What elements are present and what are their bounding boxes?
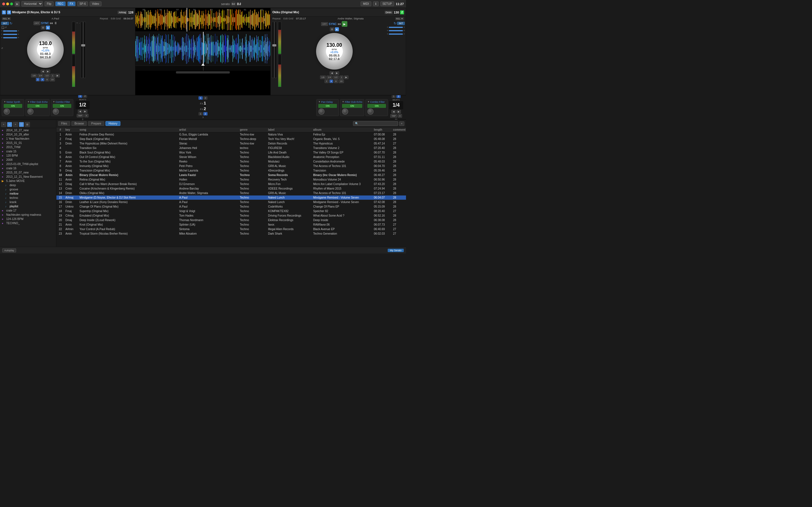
orientation-select[interactable]: Horizontal (21, 1, 43, 6)
sidebar-item-15[interactable]: ♪mellow (0, 191, 56, 196)
deck2-rel[interactable]: REL ▼ (395, 17, 404, 20)
sidebar-item-19[interactable]: ●crate 17 (0, 209, 56, 213)
deck1-loop-1-2[interactable]: 1/2 (44, 74, 50, 77)
flip-button[interactable]: Flip (45, 1, 54, 6)
waveform-scrollbar[interactable] (176, 71, 230, 73)
deck2-eq-bar-high[interactable] (389, 27, 403, 28)
deck2-play-btn[interactable]: ▶ (342, 21, 347, 27)
midi-button[interactable]: MIDI (361, 1, 371, 6)
fx2-x[interactable]: X (398, 114, 402, 118)
deck2-loop-prev[interactable]: ◀ (329, 71, 334, 75)
fx2-tap[interactable]: TAP (390, 114, 397, 118)
deck1-loop-prev[interactable]: ◀ (41, 69, 45, 73)
deck2-loop-1-2[interactable]: 1/2 (333, 75, 339, 79)
search-clear-btn[interactable]: ✕ (399, 121, 404, 126)
tab-files[interactable]: Files (58, 121, 70, 126)
table-row[interactable]: 8 Amin Immunity (Original Mix) Petri Pet… (56, 164, 406, 168)
sidebar-item-3[interactable]: ●2015_01_01 (0, 141, 56, 145)
fx1-unit2-on[interactable]: ON (28, 104, 48, 108)
table-row[interactable]: 6 Amin Out Of Control (Original Mix) Ste… (56, 155, 406, 159)
table-row[interactable]: 15 A#maj Mindgame (D.Noyse, Efector & DJ… (56, 195, 406, 200)
deck2-pitch-handle[interactable] (272, 44, 276, 47)
tab-browse[interactable]: Browse (71, 121, 87, 126)
deck2-sync-label[interactable]: SYNC (329, 22, 337, 25)
table-row[interactable]: 1 Amin Felina (Frankie Dep Remix) G.Sus,… (56, 132, 406, 137)
deck1-eq-bar-low[interactable] (3, 37, 17, 38)
table-row[interactable]: 12 Dmaj Call It What You Want (Acensor B… (56, 182, 406, 186)
fx-center2-1[interactable]: 1 (199, 112, 203, 115)
deck1-skip-back[interactable]: ⏮ (50, 21, 53, 25)
fx-button[interactable]: FX (67, 1, 75, 6)
sidebar-item-6[interactable]: ●120 BPM (0, 154, 56, 158)
deck2-loop-1-8[interactable]: 1/8 (320, 75, 326, 79)
table-row[interactable]: 2 Fmaj Step Back (Original Mix) Florian … (56, 137, 406, 142)
fx2-unit1-on[interactable]: ON (318, 104, 337, 108)
fx1-unit2-knob[interactable] (28, 108, 34, 115)
deck1-eq-bar-mid[interactable] (3, 34, 17, 35)
table-row[interactable]: 10 Amin Binary (Oscar Mulero Remix) Lewi… (56, 173, 406, 177)
deck2-loop-8[interactable]: 8 (334, 79, 338, 83)
fx2-beat-next[interactable]: ▶ (396, 110, 401, 114)
fx2-unit3-knob[interactable] (367, 108, 373, 115)
th-length[interactable]: length (373, 128, 392, 131)
deck1-loop-8[interactable]: 8 (45, 78, 49, 81)
sidebar-item-16[interactable]: ♪techno (0, 196, 56, 200)
sidebar-item-2[interactable]: ●1 Year Nachteulen (0, 136, 56, 141)
deck2-loop-1[interactable]: 1 (340, 75, 343, 79)
sidebar-item-8[interactable]: ●2015-01-09_THW-playlist (0, 162, 56, 166)
sidebar-item-7[interactable]: ●2008 (0, 158, 56, 162)
sidebar-item-4[interactable]: ●2015_THW (0, 145, 56, 149)
deck2-edit-grid[interactable]: Edit Grid (283, 17, 293, 20)
deck2-loop-2[interactable]: 2 (324, 79, 328, 83)
sidebar-item-12[interactable]: ▶5 Jahre MOVE (0, 179, 56, 183)
deck1-quant-btn[interactable]: ⊞ (41, 25, 45, 30)
table-row[interactable]: 9 Dmaj Trancision (Original Mix) Michel … (56, 168, 406, 173)
sidebar-item-11[interactable]: ●2013_12_21_New Basement (0, 175, 56, 179)
table-row[interactable]: 18 Fmaj Supertrip (Original Mix) Voigt &… (56, 209, 406, 214)
sidebar-item-0[interactable]: ●2014_10_27_new (0, 128, 56, 132)
sidebar-item-1[interactable]: ●2014_10_29_after (0, 132, 56, 136)
deck1-repeat[interactable]: Repeat (100, 17, 108, 20)
setup-button[interactable]: SETUP (380, 1, 394, 6)
fx1-beat-next[interactable]: ▶ (83, 110, 87, 113)
fx2-unit3-on[interactable]: ON (367, 104, 386, 108)
sidebar-color-btn[interactable]: ● (7, 122, 12, 127)
table-row[interactable]: 20 Dmaj Deep Inside (2Loud Rework) Thoma… (56, 218, 406, 223)
deck2-loop-icon[interactable]: ↻ (394, 21, 396, 25)
deck1-headphones-icon[interactable]: 🎧 (1, 26, 4, 29)
fx1-unit1-on[interactable]: ON (4, 104, 22, 108)
deck1-int[interactable]: INT (1, 22, 9, 25)
table-row[interactable]: 13 Cmin Cocaine (Krischmann & Klingenber… (56, 186, 406, 191)
table-row[interactable]: 5 Emin Black Soul (Original Mix) Woo Yor… (56, 151, 406, 155)
table-row[interactable]: 3 Dmin The Hypnoticus (Mike Dehnert Remi… (56, 142, 406, 146)
deck1-loop-1-8[interactable]: 1/8 (31, 74, 37, 77)
sidebar-item-10[interactable]: ●2015_03_07_new (0, 170, 56, 175)
deck2-repeat[interactable]: Repeat (272, 17, 281, 20)
close-button[interactable] (2, 3, 5, 5)
th-album[interactable]: album (312, 128, 373, 131)
sidebar-list-btn[interactable]: ☰ (19, 122, 24, 127)
table-row[interactable]: 14 Dmin Okiku (Original Mix) Andre Walte… (56, 191, 406, 195)
deck2-pitch-slider[interactable] (272, 22, 277, 78)
deck1-loop-1[interactable]: 1 (50, 74, 54, 77)
sidebar-item-9[interactable]: ●crate 16 (0, 166, 56, 170)
sidebar-item-5[interactable]: ●crate 15 (0, 149, 56, 154)
table-row[interactable]: 17 Unkno Change Of Plans (Original Mix) … (56, 205, 406, 209)
deck1-reset-icon[interactable]: ↺ (5, 26, 7, 29)
th-artist[interactable]: artist (178, 128, 239, 131)
fx1-tap[interactable]: TAP (77, 114, 84, 117)
deck2-platter[interactable]: 130.00 BPM +0.0% 05:05.5 02:17.6 (316, 33, 353, 69)
deck1-loop-next[interactable]: ▶ (46, 69, 50, 73)
deck2-skip-back[interactable]: ⏮ (338, 22, 341, 26)
deck1-loop-2[interactable]: 2 (36, 78, 40, 81)
deck1-off-btn[interactable]: OFF (34, 21, 40, 25)
deck1-loop-icon[interactable]: ↻ (10, 21, 12, 25)
sidebar-item-22[interactable]: ●TECHNO_ (0, 221, 56, 225)
sidebar-item-14[interactable]: ♪groove (0, 187, 56, 191)
autoplay-button[interactable]: Autoplay (2, 248, 16, 252)
th-genre[interactable]: genre (239, 128, 267, 131)
fx1-unit3-on[interactable]: ON (53, 104, 71, 108)
tab-history[interactable]: History (105, 121, 120, 126)
sidebar-item-17[interactable]: ♪krank (0, 200, 56, 204)
deck1-pitch-handle[interactable] (81, 44, 85, 47)
